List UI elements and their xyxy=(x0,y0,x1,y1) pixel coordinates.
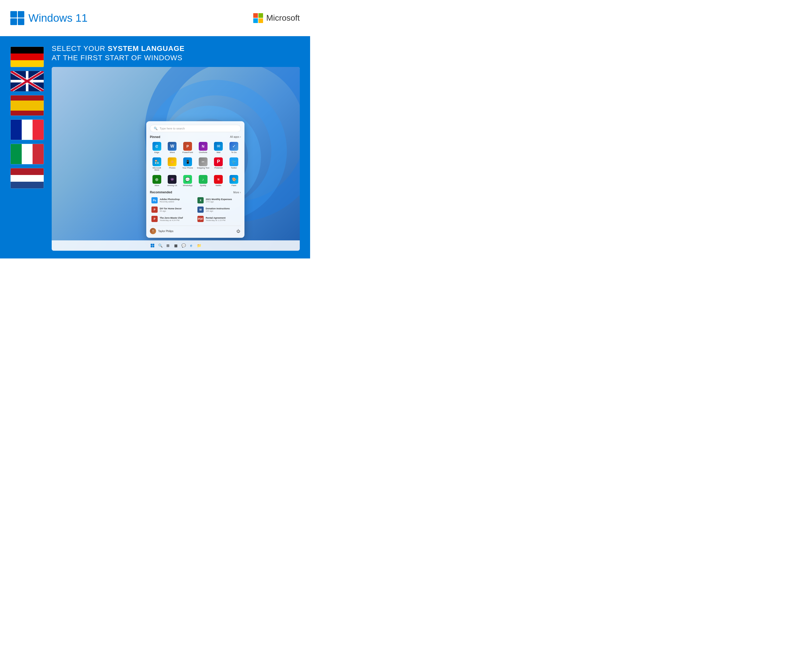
user-name: Taylor Philips xyxy=(158,230,173,233)
recommended-grid: Ps Adobe Photoshop Recently added X 2021… xyxy=(150,196,241,223)
recommended-section: Recommended More › Ps Adobe Photoshop Re… xyxy=(150,190,241,223)
recommended-label: Recommended xyxy=(150,190,172,194)
app-snipping[interactable]: ✂ Snipping Tool xyxy=(196,156,210,173)
more-button[interactable]: More › xyxy=(233,191,241,194)
rental-time: Yesterday at 1:15 PM xyxy=(206,219,239,221)
desktop-background: 🔍 Type here to search Pinned All apps › xyxy=(52,67,300,251)
pinned-label: Pinned xyxy=(150,135,160,139)
taskbar-folder-icon[interactable]: 📁 xyxy=(196,243,202,248)
user-info[interactable]: T Taylor Philips xyxy=(150,228,173,234)
taskbar-widgets-icon[interactable]: ▦ xyxy=(173,243,178,248)
windows-brand: Windows 11 xyxy=(10,11,88,25)
taskbar-chat-icon[interactable]: 💬 xyxy=(181,243,186,248)
photoshop-name: Adobe Photoshop xyxy=(160,198,193,201)
rec-expenses[interactable]: X 2021 Monthly Expenses 17m ago xyxy=(196,196,241,205)
xbox-icon: ⊕ xyxy=(152,175,161,184)
taskbar-edge-icon[interactable]: e xyxy=(188,243,194,248)
diy-rec-icon: P xyxy=(152,206,158,213)
app-onenote[interactable]: N OneNote xyxy=(196,141,210,155)
app-todo[interactable]: ✓ To Do xyxy=(227,141,241,155)
search-bar[interactable]: 🔍 Type here to search xyxy=(150,125,241,132)
donation-rec-icon: W xyxy=(197,206,204,213)
todo-icon: ✓ xyxy=(230,142,238,151)
store-icon: 🏪 xyxy=(152,157,161,166)
word-icon: W xyxy=(168,142,177,151)
app-mail[interactable]: ✉ Mail xyxy=(211,141,226,155)
expenses-time: 17m ago xyxy=(206,201,239,203)
flag-italian[interactable] xyxy=(10,144,44,164)
taskbar-search-icon[interactable]: 🔍 xyxy=(157,243,163,248)
amongus-icon: 👾 xyxy=(168,175,177,184)
donation-name: Donation Instructions xyxy=(206,207,239,210)
app-photos[interactable]: 🌼 Photos xyxy=(165,156,179,173)
rental-rec-icon: PDF xyxy=(197,216,204,222)
app-twitter[interactable]: 🐦 Twitter xyxy=(227,156,241,173)
rec-zerowaste[interactable]: P The Zero-Waste Chef Yesterday at 4:24 … xyxy=(150,215,195,223)
app-edge[interactable]: e Edge xyxy=(150,141,164,155)
rec-diy[interactable]: P DIY for Home Decor 2h ago xyxy=(150,205,195,214)
app-paint[interactable]: 🎨 Paint xyxy=(227,174,241,188)
flag-uk[interactable] xyxy=(10,71,44,91)
start-menu: 🔍 Type here to search Pinned All apps › xyxy=(146,121,244,238)
photoshop-time: Recently added xyxy=(160,201,193,203)
amongus-label: Among Us xyxy=(167,185,177,187)
app-pinterest[interactable]: P Pinterest xyxy=(211,156,226,173)
spotify-label: Spotify xyxy=(200,185,206,187)
expenses-name: 2021 Monthly Expenses xyxy=(206,198,239,201)
photoshop-rec-icon: Ps xyxy=(152,197,158,203)
rental-name: Rental Agreement xyxy=(206,216,239,219)
mail-icon: ✉ xyxy=(214,142,223,151)
flag-spanish[interactable] xyxy=(10,95,44,116)
user-avatar: T xyxy=(150,228,156,234)
powerpoint-icon: P xyxy=(183,142,192,151)
headline-line1: SELECT YOUR SYSTEM LANGUAGE xyxy=(52,44,300,53)
donation-time: 12h ago xyxy=(206,210,239,212)
app-amongus[interactable]: 👾 Among Us xyxy=(165,174,179,188)
xbox-label: Xbox xyxy=(155,185,159,187)
app-spotify[interactable]: ♪ Spotify xyxy=(196,174,210,188)
power-button[interactable]: ⏻ xyxy=(236,228,241,234)
taskbar-task-view-icon[interactable]: ⊞ xyxy=(165,243,171,248)
app-whatsapp[interactable]: 💬 WhatsApp xyxy=(181,174,195,188)
microsoft-logo-icon xyxy=(253,13,263,23)
yourphone-label: Your Phone xyxy=(182,167,193,169)
flag-french[interactable] xyxy=(10,119,44,140)
taskbar-start-icon[interactable] xyxy=(150,243,155,248)
word-label: Word xyxy=(170,152,175,154)
blue-section: SELECT YOUR SYSTEM LANGUAGE AT THE FIRST… xyxy=(0,36,310,258)
flags-panel xyxy=(10,44,44,251)
diy-name: DIY for Home Decor xyxy=(160,207,193,210)
app-store[interactable]: 🏪 Microsoft Store xyxy=(150,156,164,173)
app-netflix[interactable]: N Netflix xyxy=(211,174,226,188)
search-icon: 🔍 xyxy=(154,127,158,130)
rec-rental[interactable]: PDF Rental Agreement Yesterday at 1:15 P… xyxy=(196,215,241,223)
windows-title: Windows 11 xyxy=(28,12,88,24)
windows-screenshot: 🔍 Type here to search Pinned All apps › xyxy=(52,67,300,251)
pinterest-label: Pinterest xyxy=(215,167,223,169)
all-apps-button[interactable]: All apps › xyxy=(230,135,241,138)
powerpoint-label: PowerPoint xyxy=(182,152,193,154)
headline-line2: AT THE FIRST START OF WINDOWS xyxy=(52,53,300,63)
rec-photoshop[interactable]: Ps Adobe Photoshop Recently added xyxy=(150,196,195,205)
onenote-icon: N xyxy=(199,142,208,151)
whatsapp-label: WhatsApp xyxy=(183,185,193,187)
whatsapp-icon: 💬 xyxy=(183,175,192,184)
app-powerpoint[interactable]: P PowerPoint xyxy=(181,141,195,155)
rec-donation[interactable]: W Donation Instructions 12h ago xyxy=(196,205,241,214)
flag-dutch[interactable] xyxy=(10,168,44,189)
spotify-icon: ♪ xyxy=(199,175,208,184)
header: Windows 11 Microsoft xyxy=(0,0,310,36)
app-yourphone[interactable]: 📱 Your Phone xyxy=(181,156,195,173)
todo-label: To Do xyxy=(231,152,237,154)
photoshop-info: Adobe Photoshop Recently added xyxy=(160,198,193,203)
app-word[interactable]: W Word xyxy=(165,141,179,155)
diy-time: 2h ago xyxy=(160,210,193,212)
app-xbox[interactable]: ⊕ Xbox xyxy=(150,174,164,188)
windows-logo-icon xyxy=(10,11,24,25)
taskbar: 🔍 ⊞ ▦ 💬 e 📁 xyxy=(52,240,300,251)
paint-label: Paint xyxy=(231,185,236,187)
flag-german[interactable] xyxy=(10,46,44,67)
expenses-info: 2021 Monthly Expenses 17m ago xyxy=(206,198,239,203)
zerowaste-name: The Zero-Waste Chef xyxy=(160,216,193,219)
microsoft-title: Microsoft xyxy=(266,13,300,23)
